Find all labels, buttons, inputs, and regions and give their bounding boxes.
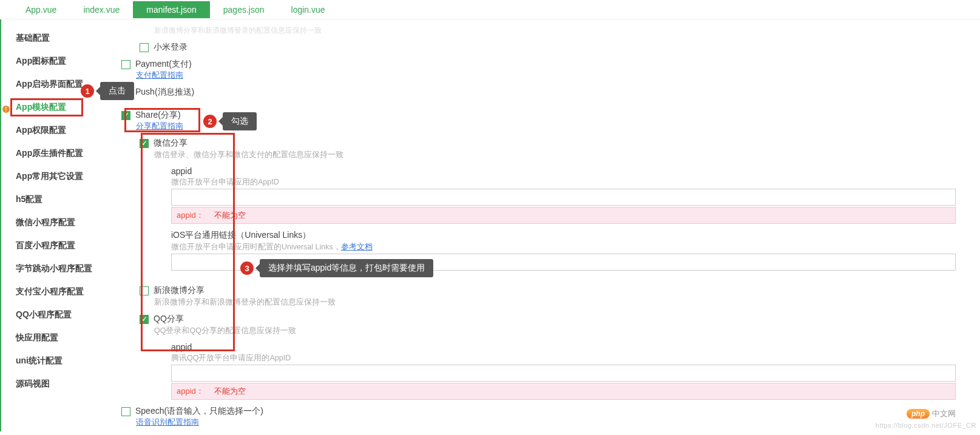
sidebar-item-app-permission[interactable]: App权限配置	[1, 119, 121, 142]
label-xiaomi-login: 小米登录	[154, 42, 188, 53]
annotation-1: 1 点击	[81, 82, 134, 100]
php-pill-icon: php	[907, 409, 930, 419]
content-panel: 新浪微博分享和新浪微博登录的配置信息应保持一致 小米登录 Payment(支付)…	[121, 19, 980, 431]
desc-weibo-share: 新浪微博分享和新浪微博登录的配置信息应保持一致	[154, 297, 956, 308]
error-qq-appid: appid： 不能为空	[171, 383, 956, 400]
sidebar-item-uni-stats[interactable]: uni统计配置	[1, 349, 121, 373]
annotation-2: 2 勾选	[203, 112, 257, 130]
sidebar-item-h5[interactable]: h5配置	[1, 188, 121, 211]
input-qq-appid[interactable]	[171, 365, 956, 382]
config-sidebar: 基础配置 App图标配置 App启动界面配置 App模块配置 App权限配置 A…	[0, 19, 121, 431]
checkbox-qq-share[interactable]: ✓	[140, 315, 149, 324]
label-speech: Speech(语音输入，只能选择一个)	[135, 406, 263, 417]
label-payment: Payment(支付)	[135, 59, 192, 70]
label-push: Push(消息推送)	[135, 87, 194, 98]
desc-qq-share: QQ登录和QQ分享的配置信息应保持一致	[154, 326, 956, 336]
sidebar-item-baidu-mp[interactable]: 百度小程序配置	[1, 234, 121, 257]
tooltip-3: 选择并填写appid等信息，打包时需要使用	[260, 259, 433, 277]
badge-1-icon: 1	[81, 84, 94, 98]
sidebar-item-alipay-mp[interactable]: 支付宝小程序配置	[1, 280, 121, 303]
checkbox-weibo-share[interactable]	[140, 286, 149, 295]
file-tabs: App.vue index.vue manifest.json pages.js…	[0, 0, 980, 19]
tab-pages-json[interactable]: pages.json	[210, 1, 278, 18]
watermark-text: https://blog.csdn.net/JOFE_CR	[876, 422, 976, 429]
input-wechat-appid[interactable]	[171, 189, 956, 206]
hint-wechat-appid: 微信开放平台申请应用的AppID	[171, 177, 956, 187]
link-speech-guide[interactable]: 语音识别配置指南	[136, 417, 199, 427]
tooltip-1: 点击	[100, 82, 134, 100]
sidebar-item-basic[interactable]: 基础配置	[1, 27, 121, 50]
sidebar-item-quickapp[interactable]: 快应用配置	[1, 326, 121, 349]
tooltip-2: 勾选	[223, 112, 257, 130]
tab-app-vue[interactable]: App.vue	[12, 1, 70, 18]
sidebar-item-app-other[interactable]: App常用其它设置	[1, 165, 121, 188]
hint-wechat-ulink: 微信开放平台申请应用时配置的Universal Links，参考文档	[171, 242, 956, 252]
label-wechat-appid: appid	[171, 166, 956, 176]
link-ulink-doc[interactable]: 参考文档	[341, 243, 373, 251]
label-wechat-ulink: iOS平台通用链接（Universal Links）	[171, 230, 956, 241]
label-qq-appid: appid	[171, 342, 956, 352]
php-cn-badge: php 中文网	[907, 408, 956, 419]
link-payment-guide[interactable]: 支付配置指南	[136, 70, 183, 79]
warning-indicator-icon: !	[2, 106, 10, 113]
hint-qq-appid: 腾讯QQ开放平台申请应用的AppID	[171, 353, 956, 363]
error-wechat-appid: appid： 不能为空	[171, 207, 956, 224]
tab-login-vue[interactable]: login.vue	[278, 1, 339, 18]
label-weibo-share: 新浪微博分享	[154, 285, 204, 296]
partial-desc-top: 新浪微博分享和新浪微博登录的配置信息应保持一致	[154, 25, 956, 36]
badge-3-icon: 3	[240, 261, 254, 275]
sidebar-item-app-icon[interactable]: App图标配置	[1, 50, 121, 73]
sidebar-item-wechat-mp[interactable]: 微信小程序配置	[1, 211, 121, 234]
label-qq-share: QQ分享	[154, 314, 184, 325]
checkbox-xiaomi-login[interactable]	[140, 43, 149, 52]
checkbox-payment[interactable]	[121, 60, 130, 69]
checkbox-speech[interactable]	[121, 407, 130, 416]
sidebar-item-app-native-plugin[interactable]: App原生插件配置	[1, 142, 121, 165]
tab-manifest-json[interactable]: manifest.json	[133, 1, 209, 18]
sidebar-item-bytedance-mp[interactable]: 字节跳动小程序配置	[1, 257, 121, 280]
label-wechat-share: 微信分享	[154, 138, 188, 149]
sidebar-item-qq-mp[interactable]: QQ小程序配置	[1, 303, 121, 326]
sidebar-item-source-view[interactable]: 源码视图	[1, 373, 121, 396]
label-share: Share(分享)	[135, 110, 181, 121]
desc-wechat-share: 微信登录、微信分享和微信支付的配置信息应保持一致	[154, 150, 956, 160]
checkbox-wechat-share[interactable]: ✓	[140, 139, 149, 148]
link-share-guide[interactable]: 分享配置指南	[136, 121, 183, 130]
php-cn-text: 中文网	[932, 408, 956, 419]
tab-index-vue[interactable]: index.vue	[70, 1, 133, 18]
badge-2-icon: 2	[203, 115, 217, 128]
annotation-3: 3 选择并填写appid等信息，打包时需要使用	[240, 259, 433, 277]
checkbox-share[interactable]: ✓	[121, 111, 130, 120]
